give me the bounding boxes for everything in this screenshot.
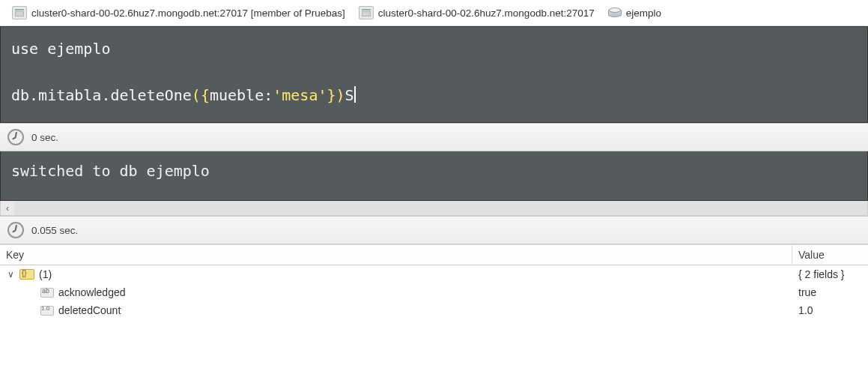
scroll-track[interactable] bbox=[14, 201, 867, 215]
output-1-text: switched to db ejemplo bbox=[11, 162, 210, 180]
timing-2-text: 0.055 sec. bbox=[31, 225, 78, 236]
breadcrumb: cluster0-shard-00-02.6huz7.mongodb.net:2… bbox=[0, 0, 868, 26]
document-icon bbox=[19, 269, 34, 280]
result-row-acknowledged[interactable]: acknowledged true bbox=[0, 283, 868, 301]
output-hscroll[interactable]: ‹ bbox=[0, 201, 868, 216]
token-field-key: mueble: bbox=[210, 86, 273, 104]
result-header-row: Key Value bbox=[0, 244, 868, 265]
token-brace-close: } bbox=[327, 86, 336, 104]
server-icon bbox=[12, 6, 27, 19]
shell-editor[interactable]: use ejemplo db.mitabla.deleteOne({mueble… bbox=[0, 26, 868, 123]
breadcrumb-server[interactable]: cluster0-shard-00-02.6huz7.mongodb.net:2… bbox=[9, 4, 348, 21]
result-acknowledged-label: acknowledged bbox=[58, 286, 126, 298]
clock-icon bbox=[7, 129, 24, 145]
clock-icon bbox=[7, 222, 24, 238]
scroll-left-icon[interactable]: ‹ bbox=[1, 203, 14, 214]
breadcrumb-host-label: cluster0-shard-00-02.6huz7.mongodb.net:2… bbox=[378, 7, 595, 19]
host-icon bbox=[359, 6, 374, 19]
timing-1-text: 0 sec. bbox=[31, 132, 58, 143]
timing-bar-1: 0 sec. bbox=[0, 123, 868, 151]
result-row-deletedcount[interactable]: deletedCount 1.0 bbox=[0, 301, 868, 319]
token-identifier: ejemplo bbox=[47, 40, 110, 58]
token-brace-open: { bbox=[201, 86, 210, 104]
result-header-value[interactable]: Value bbox=[792, 245, 868, 265]
shell-output-1: switched to db ejemplo bbox=[0, 151, 868, 201]
token-trailing: S bbox=[345, 86, 354, 104]
token-call: db.mitabla.deleteOne bbox=[11, 86, 192, 104]
breadcrumb-database[interactable]: ejemplo bbox=[605, 4, 664, 21]
chevron-down-icon[interactable]: ∨ bbox=[6, 269, 15, 280]
breadcrumb-server-label: cluster0-shard-00-02.6huz7.mongodb.net:2… bbox=[31, 7, 345, 19]
result-header-key[interactable]: Key bbox=[0, 245, 792, 265]
breadcrumb-host[interactable]: cluster0-shard-00-02.6huz7.mongodb.net:2… bbox=[356, 4, 598, 21]
token-paren-close: ) bbox=[336, 86, 345, 104]
token-keyword: use bbox=[11, 40, 38, 58]
token-string: 'mesa' bbox=[273, 86, 327, 104]
result-root-value: { 2 fields } bbox=[792, 265, 868, 283]
timing-bar-2: 0.055 sec. bbox=[0, 216, 868, 244]
result-acknowledged-value: true bbox=[792, 283, 868, 301]
result-deletedcount-value: 1.0 bbox=[792, 301, 868, 319]
result-root-label: (1) bbox=[39, 268, 52, 280]
number-field-icon bbox=[40, 306, 54, 316]
database-icon bbox=[608, 6, 622, 19]
result-tree: ∨ (1) { 2 fields } acknowledged true del… bbox=[0, 265, 868, 319]
result-deletedcount-label: deletedCount bbox=[58, 304, 121, 316]
breadcrumb-database-label: ejemplo bbox=[626, 7, 661, 19]
string-field-icon bbox=[40, 288, 54, 298]
result-row-root[interactable]: ∨ (1) { 2 fields } bbox=[0, 265, 868, 283]
token-paren-open: ( bbox=[192, 86, 201, 104]
text-caret bbox=[354, 86, 356, 103]
